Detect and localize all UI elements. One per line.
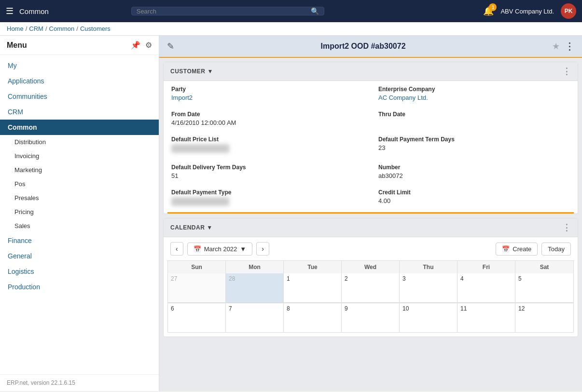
calendar-create-button[interactable]: 📅 Create (496, 243, 538, 256)
breadcrumb-customers[interactable]: Customers (80, 25, 111, 32)
sidebar-subitem-sales[interactable]: Sales (0, 219, 159, 233)
search-bar: 🔍 (131, 7, 324, 15)
default-payment-term-days-field: Default Payment Term Days 23 (371, 131, 578, 159)
from-date-value: 4/16/2010 12:00:00 AM (171, 119, 363, 126)
sidebar-subitem-distribution[interactable]: Distribution (0, 135, 159, 149)
pin-icon[interactable]: 📌 (131, 41, 140, 50)
from-date-field: From Date 4/16/2010 12:00:00 AM (164, 106, 371, 131)
cal-cell-7[interactable]: 7 (226, 303, 284, 332)
calendar-month-button[interactable]: 📅 March 2022 ▼ (187, 243, 253, 256)
sidebar-item-production[interactable]: Production (0, 279, 159, 295)
sidebar-item-communities[interactable]: Communities (0, 89, 159, 104)
sidebar-footer: ERP.net, version 22.1.6.15 (0, 374, 159, 391)
enterprise-company-label: Enterprise Company (378, 86, 570, 93)
sidebar-subitem-invoicing[interactable]: Invoicing (0, 149, 159, 163)
calendar-today-button[interactable]: Today (541, 243, 571, 256)
sidebar-subitem-presales[interactable]: Presales (0, 191, 159, 205)
sidebar-item-crm[interactable]: CRM (0, 104, 159, 120)
settings-icon[interactable]: ⚙ (145, 41, 152, 50)
customer-section-title[interactable]: CUSTOMER ▼ (170, 68, 213, 75)
breadcrumb-crm[interactable]: CRM (29, 25, 43, 32)
sidebar-icons: 📌 ⚙ (131, 41, 152, 50)
party-link[interactable]: Import2 (171, 94, 193, 101)
main-content: ✎ Import2 OOD #ab30072 ★ ⋮ CUSTOMER ▼ ⋮ … (159, 36, 582, 391)
sidebar-item-my[interactable]: My (0, 58, 159, 73)
cal-cell-5[interactable]: 5 (515, 273, 573, 302)
calendar-month-chevron: ▼ (240, 245, 246, 253)
search-input[interactable] (137, 8, 308, 15)
thru-date-field: Thru Date (371, 106, 578, 131)
sidebar: Menu 📌 ⚙ My Applications Communities CRM… (0, 36, 159, 391)
default-delivery-term-days-field: Default Delivery Term Days 51 (164, 159, 371, 184)
sidebar-item-applications[interactable]: Applications (0, 73, 159, 89)
star-icon[interactable]: ★ (552, 41, 560, 52)
cal-cell-27-other[interactable]: 27 (168, 273, 226, 302)
credit-limit-field: Credit Limit 4.00 (371, 184, 578, 212)
breadcrumb: Home / CRM / Common / Customers (0, 22, 582, 36)
more-options-icon[interactable]: ⋮ (565, 41, 574, 52)
calendar-section-title[interactable]: CALENDAR ▼ (170, 224, 213, 231)
cal-cell-9[interactable]: 9 (342, 303, 400, 332)
edit-icon[interactable]: ✎ (167, 41, 174, 52)
cal-cell-1[interactable]: 1 (284, 273, 342, 302)
default-payment-term-days-label: Default Payment Term Days (378, 136, 570, 143)
notification-badge: 1 (489, 3, 497, 11)
sidebar-title: Menu (7, 41, 27, 50)
calendar-toolbar: ‹ 📅 March 2022 ▼ › 📅 Create Today (164, 237, 578, 260)
sidebar-item-finance[interactable]: Finance (0, 233, 159, 248)
hamburger-icon[interactable]: ☰ (6, 6, 14, 16)
calendar-month-label: March 2022 (204, 245, 237, 253)
default-payment-type-label: Default Payment Type (171, 189, 363, 196)
sidebar-subitem-pos[interactable]: Pos (0, 177, 159, 191)
customer-section-menu[interactable]: ⋮ (562, 66, 571, 77)
sidebar-subitem-pricing[interactable]: Pricing (0, 205, 159, 219)
cal-header-mon: Mon (226, 261, 284, 273)
default-price-list-field: Default Price List (164, 131, 371, 159)
default-price-list-value (171, 144, 363, 154)
calendar-icon: 📅 (194, 245, 201, 253)
enterprise-company-link[interactable]: AC Company Ltd. (378, 94, 428, 101)
chevron-down-icon: ▼ (207, 68, 213, 75)
default-price-list-blurred (171, 144, 229, 153)
credit-limit-value: 4.00 (378, 197, 570, 204)
calendar-next-button[interactable]: › (256, 242, 269, 256)
calendar-week-2: 6 7 8 9 10 11 12 (167, 303, 574, 333)
cal-header-sun: Sun (168, 261, 226, 273)
cal-cell-28-other[interactable]: 28 (226, 273, 284, 302)
avatar[interactable]: PK (561, 3, 576, 19)
cal-cell-12[interactable]: 12 (515, 303, 573, 332)
calendar-section: CALENDAR ▼ ⋮ ‹ 📅 March 2022 ▼ › 📅 Create (163, 218, 578, 337)
record-header: ✎ Import2 OOD #ab30072 ★ ⋮ (159, 36, 582, 58)
main-layout: Menu 📌 ⚙ My Applications Communities CRM… (0, 36, 582, 391)
today-label: Today (548, 245, 565, 253)
sidebar-item-general[interactable]: General (0, 248, 159, 264)
orange-indicator (167, 212, 574, 214)
credit-limit-label: Credit Limit (378, 189, 570, 196)
cal-cell-11[interactable]: 11 (457, 303, 515, 332)
sidebar-subitem-marketing[interactable]: Marketing (0, 163, 159, 177)
breadcrumb-home[interactable]: Home (7, 25, 24, 32)
cal-cell-8[interactable]: 8 (284, 303, 342, 332)
sidebar-item-logistics[interactable]: Logistics (0, 264, 159, 279)
sidebar-nav: My Applications Communities CRM Common D… (0, 55, 159, 297)
calendar-prev-button[interactable]: ‹ (170, 242, 183, 256)
cal-cell-2[interactable]: 2 (342, 273, 400, 302)
enterprise-company-field: Enterprise Company AC Company Ltd. (371, 81, 578, 106)
customer-form-grid: Party Import2 Enterprise Company AC Comp… (164, 81, 578, 212)
number-value: ab30072 (378, 172, 570, 179)
cal-cell-6[interactable]: 6 (168, 303, 226, 332)
calendar-section-header: CALENDAR ▼ ⋮ (164, 218, 578, 237)
sidebar-item-common[interactable]: Common (0, 120, 159, 135)
search-icon: 🔍 (311, 7, 319, 15)
customer-label: CUSTOMER (170, 68, 205, 75)
cal-cell-3[interactable]: 3 (400, 273, 457, 302)
default-payment-term-days-value: 23 (378, 144, 570, 151)
cal-cell-4[interactable]: 4 (457, 273, 515, 302)
breadcrumb-common[interactable]: Common (49, 25, 75, 32)
cal-cell-10[interactable]: 10 (400, 303, 457, 332)
sidebar-header: Menu 📌 ⚙ (0, 36, 159, 55)
notification-button[interactable]: 🔔 1 (483, 6, 494, 16)
cal-header-thu: Thu (400, 261, 457, 273)
calendar-section-menu[interactable]: ⋮ (562, 222, 571, 233)
calendar-week-1: 27 28 1 2 3 4 5 (167, 273, 574, 303)
